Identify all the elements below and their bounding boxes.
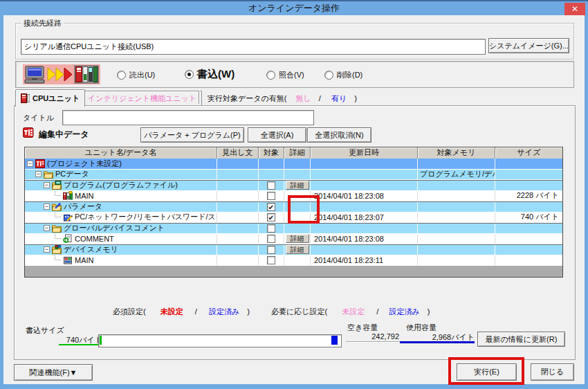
- free-capacity-underline: [346, 341, 400, 342]
- parameter-plus-program-button[interactable]: パラメータ + プログラム(P): [140, 127, 244, 143]
- used-capacity-underline: [400, 341, 475, 343]
- table-row-main-device-memory[interactable]: MAIN 2014/04/01 18:23:11: [25, 255, 562, 266]
- operation-strip: 読出(U) 書込(W) 照合(V) 削除(D): [15, 61, 574, 88]
- tree-collapse-icon[interactable]: −: [44, 203, 50, 210]
- radio-read-label: 読出(U): [129, 70, 155, 80]
- detail-button[interactable]: 詳細: [286, 181, 309, 190]
- checkbox-highlight-annotation: [288, 195, 320, 224]
- radio-delete[interactable]: 削除(D): [324, 70, 362, 80]
- radio-circle-icon: [324, 71, 333, 80]
- cpu-unit-icon: [21, 93, 30, 103]
- close-button[interactable]: 閉じる: [531, 363, 574, 381]
- project-icon: [35, 159, 45, 168]
- tab-intelligent-unit[interactable]: インテリジェント機能ユニット: [71, 91, 202, 106]
- radio-write[interactable]: 書込(W): [185, 68, 235, 81]
- presence-exists-label: 有り: [331, 94, 347, 102]
- row-name: MAIN: [75, 192, 94, 200]
- device-memory-file-icon: [63, 255, 73, 264]
- table-row-comment[interactable]: COMMENT 詳細 2014/04/01 18:23:08: [25, 234, 562, 245]
- table-row-program-folder[interactable]: − プログラム(プログラムファイル) 詳細: [25, 180, 562, 191]
- row-name: MAIN: [75, 256, 94, 264]
- gauge-used-mark: [100, 336, 102, 345]
- title-bar: オンラインデータ操作 ✕: [0, 0, 588, 17]
- tree-collapse-icon[interactable]: −: [35, 171, 42, 177]
- dialog-body: 接続先経路 システムイメージ(G)...: [3, 15, 585, 384]
- tree-collapse-icon[interactable]: −: [44, 246, 50, 253]
- col-header-target-memory: 対象メモリ: [418, 147, 495, 159]
- row-updated: 2014/04/01 18:23:08: [311, 234, 418, 244]
- write-size-underline: [59, 344, 103, 345]
- editing-data-icon: [23, 127, 34, 138]
- radio-delete-label: 削除(D): [337, 70, 362, 80]
- target-data-presence: 実行対象データの有無( 無し / 有り ): [208, 93, 357, 104]
- optional-set-label: 設定済み: [389, 307, 419, 316]
- tree-branch-icon: [55, 234, 61, 239]
- title-field-label: タイトル: [23, 113, 54, 123]
- gauge-limit-mark: [331, 336, 338, 345]
- radio-read[interactable]: 読出(U): [117, 70, 155, 80]
- radio-verify[interactable]: 照合(V): [266, 70, 304, 80]
- tree-branch-icon: [55, 191, 61, 196]
- row-name: PC/ネットワーク/リモートパスワード/スイッチ設定: [75, 212, 217, 223]
- parameter-file-icon: [63, 212, 73, 221]
- editing-data-label: 編集中データ: [39, 129, 89, 141]
- used-capacity-label: 使用容量: [406, 323, 437, 333]
- target-checkbox[interactable]: [267, 235, 275, 243]
- title-input[interactable]: [63, 111, 313, 125]
- table-row-device-memory-folder[interactable]: − デバイスメモリ 詳細: [25, 244, 562, 255]
- row-name: PCデータ: [55, 170, 89, 180]
- detail-button[interactable]: 詳細: [286, 245, 309, 254]
- refresh-button[interactable]: 最新の情報に更新(R): [477, 332, 565, 347]
- close-icon[interactable]: ✕: [564, 3, 585, 16]
- tab-cpu-unit[interactable]: CPUユニット: [15, 89, 85, 107]
- required-unset-label: 未設定: [160, 307, 183, 316]
- row-target-memory: プログラムメモリ/デバ...: [418, 170, 495, 180]
- col-header-target: 対象: [259, 147, 284, 159]
- device-memory-folder-icon: [52, 245, 62, 254]
- required-set-label: 設定済み: [209, 307, 239, 316]
- program-folder-icon: [52, 181, 62, 190]
- execute-button[interactable]: 実行(E): [457, 363, 517, 381]
- tree-collapse-icon[interactable]: −: [44, 225, 50, 231]
- target-checkbox[interactable]: [267, 181, 275, 190]
- target-checkbox[interactable]: [267, 192, 275, 200]
- window-title: オンラインデータ操作: [248, 3, 340, 13]
- table-header: ユニット名/データ名 見出し文 対象 詳細 更新日時 対象メモリ サイズ: [25, 147, 562, 159]
- row-size: 740 バイト: [495, 212, 562, 223]
- connection-group-label: 接続先経路: [21, 18, 64, 28]
- connection-path-input[interactable]: [21, 39, 485, 54]
- deselect-all-button[interactable]: 全選択取消(N): [307, 127, 371, 143]
- memory-gauge: [98, 334, 342, 347]
- pc-to-plc-transfer-icon: [23, 64, 100, 84]
- folder-icon: [44, 170, 53, 179]
- target-checkbox-checked[interactable]: ✔: [267, 203, 275, 211]
- table-row-pc-data[interactable]: − PCデータ プログラムメモリ/デバ...: [25, 170, 562, 181]
- presence-none-label: 無し: [296, 94, 311, 102]
- target-checkbox[interactable]: [267, 246, 275, 254]
- target-checkbox[interactable]: [267, 224, 275, 233]
- select-all-button[interactable]: 全選択(A): [248, 127, 306, 143]
- radio-write-label: 書込(W): [197, 68, 235, 81]
- online-data-operation-dialog: オンラインデータ操作 ✕ 接続先経路 システムイメージ(G)...: [0, 0, 588, 389]
- program-file-icon: [63, 191, 73, 200]
- target-checkbox[interactable]: [267, 256, 275, 264]
- parameter-folder-icon: [52, 202, 62, 211]
- system-image-button[interactable]: システムイメージ(G)...: [488, 38, 569, 53]
- comment-file-icon: [63, 234, 73, 243]
- target-checkbox-checked[interactable]: ✔: [267, 213, 275, 221]
- related-functions-button[interactable]: 関連機能(F)▼: [14, 364, 93, 381]
- col-header-heading: 見出し文: [217, 147, 259, 159]
- optional-unset-label: 未設定: [342, 307, 365, 316]
- row-name: COMMENT: [75, 235, 114, 243]
- radio-circle-selected-icon: [185, 70, 194, 79]
- tab-separator: [199, 91, 199, 104]
- table-row-global-device-comment[interactable]: − グローバルデバイスコメント: [25, 223, 562, 234]
- write-size-label: 書込サイズ: [26, 325, 64, 336]
- row-name: デバイスメモリ: [64, 245, 118, 255]
- detail-button[interactable]: 詳細: [286, 234, 309, 243]
- table-row-project[interactable]: − (プロジェクト未設定): [25, 159, 562, 170]
- tree-collapse-icon[interactable]: −: [44, 182, 50, 188]
- row-updated: 2014/04/01 18:23:07: [311, 212, 418, 223]
- tree-collapse-icon[interactable]: −: [27, 161, 33, 167]
- row-name: グローバルデバイスコメント: [64, 224, 165, 233]
